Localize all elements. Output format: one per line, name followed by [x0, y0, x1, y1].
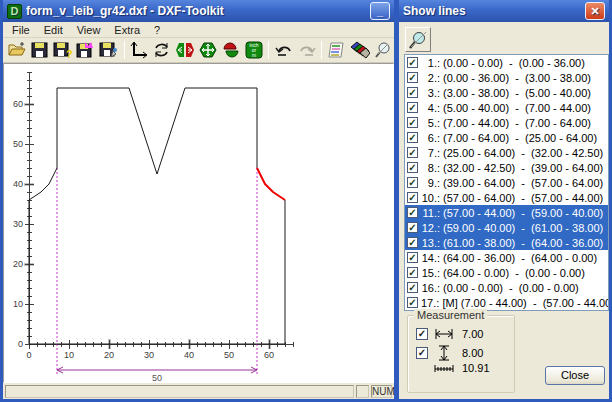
dialog-title: Show lines	[403, 4, 583, 18]
statusbar-num-indicator: NUM	[371, 385, 392, 398]
save-pen-icon	[99, 41, 119, 59]
line-item-6[interactable]: ✓6.: (7.00 - 64.00) - (25.00 - 64.00)	[405, 130, 608, 145]
line-checkbox[interactable]: ✓	[407, 87, 418, 98]
measure-toggle-button[interactable]	[405, 27, 431, 52]
x-tick-label: 20	[104, 350, 114, 360]
line-number: 7.:	[421, 147, 440, 159]
line-checkbox[interactable]: ✓	[407, 147, 418, 158]
dialog-close-button[interactable]: ✕	[585, 2, 605, 20]
line-number: 11.:	[421, 207, 440, 219]
pie-split-button[interactable]	[219, 39, 242, 61]
line-item-1[interactable]: ✓1.: (0.00 - 0.00) - (0.00 - 36.00)	[405, 55, 608, 70]
menu-item-help[interactable]: ?	[147, 23, 167, 37]
mirror-horizontal-button[interactable]	[174, 39, 197, 61]
line-item-11[interactable]: ✓11.: (57.00 - 44.00) - (59.00 - 40.00)	[405, 205, 608, 220]
line-item-17[interactable]: ✓17.: [M] (7.00 - 44.00) - (57.00 - 44.0…	[405, 295, 608, 310]
save-edit-button[interactable]	[98, 39, 121, 61]
line-coordinates: (25.00 - 64.00) - (32.00 - 42.50)	[440, 147, 603, 159]
line-checkbox[interactable]: ✓	[407, 162, 418, 173]
inch-mm-convert-icon: inchorm	[244, 41, 264, 59]
line-checkbox[interactable]: ✓	[407, 237, 418, 248]
horizontal-distance-icon	[434, 328, 454, 340]
redo-button[interactable]	[295, 39, 318, 61]
line-item-3[interactable]: ✓3.: (3.00 - 38.00) - (5.00 - 40.00)	[405, 85, 608, 100]
minimize-button[interactable]: _	[370, 2, 390, 20]
line-item-10[interactable]: ✓10.: (57.00 - 64.00) - (57.00 - 44.00)	[405, 190, 608, 205]
line-checkbox[interactable]: ✓	[407, 57, 418, 68]
save-button[interactable]	[29, 39, 52, 61]
line-item-15[interactable]: ✓15.: (64.00 - 0.00) - (0.00 - 0.00)	[405, 265, 608, 280]
line-item-12[interactable]: ✓12.: (59.00 - 40.00) - (61.00 - 38.00)	[405, 220, 608, 235]
line-number: 1.:	[421, 57, 440, 69]
line-item-16[interactable]: ✓16.: (0.00 - 0.00) - (0.00 - 0.00)	[405, 280, 608, 295]
line-number: 14.:	[421, 252, 440, 264]
line-item-9[interactable]: ✓9.: (39.00 - 64.00) - (57.00 - 64.00)	[405, 175, 608, 190]
line-checkbox[interactable]: ✓	[407, 222, 418, 233]
line-coordinates: (57.00 - 44.00) - (59.00 - 40.00)	[440, 207, 603, 219]
line-checkbox[interactable]: ✓	[407, 177, 418, 188]
line-coordinates: (61.00 - 38.00) - (64.00 - 36.00)	[440, 237, 603, 249]
layers-button[interactable]	[348, 39, 371, 61]
drawing-canvas[interactable]: 0102030405060010203040506050	[3, 63, 394, 383]
line-checkbox[interactable]: ✓	[407, 102, 418, 113]
y-tick-label: 20	[13, 259, 23, 269]
line-item-4[interactable]: ✓4.: (5.00 - 40.00) - (7.00 - 44.00)	[405, 100, 608, 115]
inch-mm-convert-button[interactable]: inchorm	[242, 39, 265, 61]
line-checkbox[interactable]: ✓	[407, 72, 418, 83]
menu-item-file[interactable]: File	[5, 23, 37, 37]
line-item-14[interactable]: ✓14.: (64.00 - 36.00) - (64.00 - 0.00)	[405, 250, 608, 265]
save-as-button[interactable]: ?	[52, 39, 75, 61]
width-checkbox[interactable]: ✓	[416, 328, 428, 340]
close-button[interactable]: Close	[545, 366, 605, 385]
layers-icon	[349, 41, 370, 59]
line-checkbox[interactable]: ✓	[407, 207, 418, 218]
dialog-titlebar[interactable]: Show lines ✕	[399, 0, 609, 22]
measurement-row-width: ✓ 7.00	[416, 328, 483, 340]
lines-list[interactable]: ✓1.: (0.00 - 0.00) - (0.00 - 36.00)✓2.: …	[404, 54, 609, 311]
line-item-13[interactable]: ✓13.: (61.00 - 38.00) - (64.00 - 36.00)	[405, 235, 608, 250]
menu-item-edit[interactable]: Edit	[37, 23, 70, 37]
line-coordinates: (64.00 - 36.00) - (64.00 - 0.00)	[440, 252, 597, 264]
line-number: 6.:	[421, 132, 440, 144]
line-coordinates: (7.00 - 64.00) - (25.00 - 64.00)	[440, 132, 597, 144]
line-checkbox[interactable]: ✓	[407, 132, 418, 143]
rotate-button[interactable]	[151, 39, 174, 61]
height-checkbox[interactable]: ✓	[416, 347, 428, 359]
line-checkbox[interactable]: ✓	[407, 297, 418, 308]
line-checkbox[interactable]: ✓	[407, 282, 418, 293]
line-checkbox[interactable]: ✓	[407, 252, 418, 263]
center-move-button[interactable]	[197, 39, 220, 61]
zoom-button[interactable]	[371, 39, 394, 61]
selected-lines-highlight	[257, 168, 285, 200]
line-checkbox[interactable]: ✓	[407, 267, 418, 278]
toolbar-separator	[268, 41, 269, 59]
line-number: 3.:	[421, 87, 440, 99]
line-number: 16.:	[421, 282, 440, 294]
show-lines-icon	[327, 41, 347, 59]
line-item-5[interactable]: ✓5.: (7.00 - 44.00) - (7.00 - 64.00)	[405, 115, 608, 130]
toolbar: ? inchorm	[3, 38, 394, 63]
axis-origin-button[interactable]	[128, 39, 151, 61]
menu-item-extra[interactable]: Extra	[107, 23, 147, 37]
y-tick-label: 40	[13, 179, 23, 189]
line-item-2[interactable]: ✓2.: (0.00 - 36.00) - (3.00 - 38.00)	[405, 70, 608, 85]
line-checkbox[interactable]: ✓	[407, 192, 418, 203]
show-lines-button[interactable]	[325, 39, 348, 61]
y-tick-label: 50	[13, 139, 23, 149]
outline-right	[29, 200, 285, 344]
dialog-body: ✓1.: (0.00 - 0.00) - (0.00 - 36.00)✓2.: …	[399, 22, 609, 399]
line-number: 2.:	[421, 72, 440, 84]
save-marked-button[interactable]	[75, 39, 98, 61]
line-coordinates: (0.00 - 0.00) - (0.00 - 0.00)	[440, 282, 579, 294]
undo-button[interactable]	[272, 39, 295, 61]
save-icon	[31, 41, 49, 59]
line-item-8[interactable]: ✓8.: (32.00 - 42.50) - (39.00 - 64.00)	[405, 160, 608, 175]
line-item-7[interactable]: ✓7.: (25.00 - 64.00) - (32.00 - 42.50)	[405, 145, 608, 160]
menu-item-view[interactable]: View	[70, 23, 108, 37]
line-coordinates: (5.00 - 40.00) - (7.00 - 44.00)	[440, 102, 591, 114]
main-titlebar[interactable]: D form_v_leib_gr42.dxf - DXF-Toolkit _	[3, 0, 394, 22]
redo-icon	[297, 41, 317, 59]
line-checkbox[interactable]: ✓	[407, 117, 418, 128]
open-file-button[interactable]	[6, 39, 29, 61]
vertical-distance-icon	[434, 345, 454, 361]
